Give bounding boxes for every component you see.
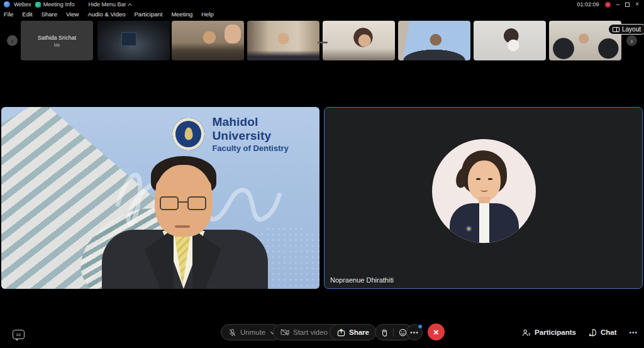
unmute-label: Unmute [240,328,265,336]
menu-item-help[interactable]: Help [201,11,214,18]
menu-item-view[interactable]: View [66,11,79,18]
self-role-label: Me [54,43,60,47]
hide-menu-bar-label: Hide Menu Bar [88,1,126,8]
video-thumbnail-conference-room[interactable] [97,21,170,60]
record-indicator-icon[interactable] [605,2,611,8]
raise-hand-icon [381,328,388,337]
chat-label: Chat [601,328,617,336]
caret-up-icon [128,3,132,8]
layout-grid-icon [613,27,619,32]
chat-button[interactable]: Chat [589,328,617,337]
participant-name-label: Nopraenue Dhirathiti [330,276,394,284]
close-button[interactable]: × [635,1,639,8]
notification-dot [418,324,423,329]
self-video-tile[interactable]: Sathida Srichat Me [21,21,93,60]
next-thumbnails-button[interactable]: › [626,35,637,46]
stage: Mahidol University Faculty of Dentistry [0,107,644,289]
menu-item-audio-video[interactable]: Audio & Video [87,11,125,18]
close-x-icon: × [433,327,439,337]
participants-icon [522,328,531,337]
previous-thumbnails-button[interactable]: ‹ [7,35,18,46]
microphone-muted-icon [228,328,236,337]
titlebar: Webex Meeting Info Hide Menu Bar 01:02:0… [0,0,644,9]
video-tile-mahidol-presenter[interactable]: Mahidol University Faculty of Dentistry [1,107,319,289]
meeting-timer: 01:02:09 [577,1,599,8]
closed-captions-icon[interactable]: cc [13,330,25,339]
menu-item-edit[interactable]: Edit [22,11,32,18]
menubar: File Edit Share View Audio & Video Parti… [0,9,644,20]
minimize-button[interactable]: – [616,1,620,8]
participant-avatar [432,139,536,243]
filmstrip-drag-handle[interactable] [318,42,328,43]
app-title: Webex [14,1,31,8]
control-bar: cc Unmute Start video [0,313,644,348]
menu-item-share[interactable]: Share [42,11,57,18]
more-options-button[interactable]: ••• [406,324,423,340]
layout-button[interactable]: Layout [608,24,644,35]
meeting-info-button[interactable]: Meeting Info [31,1,79,8]
divider [393,328,394,337]
video-thumbnail-man-waving[interactable] [172,21,244,60]
video-thumbnail-woman-face-mask[interactable] [474,21,546,60]
menu-item-meeting[interactable]: Meeting [171,11,192,18]
overflow-menu-button[interactable]: ••• [629,329,638,336]
camera-off-icon [280,328,289,336]
menu-item-participant[interactable]: Participant [135,11,163,18]
cc-label: cc [16,332,21,337]
video-thumbnail-woman-blue-background[interactable] [398,21,470,60]
share-button[interactable]: Share [330,324,377,340]
video-thumbnail-man-office[interactable] [247,21,319,60]
menu-item-file[interactable]: File [4,11,13,18]
meeting-info-label: Meeting Info [43,1,75,8]
self-name-label: Sathida Srichat [38,35,76,41]
hide-menu-bar-button[interactable]: Hide Menu Bar [84,1,135,8]
meeting-info-icon [35,2,41,8]
webex-logo-icon [4,1,10,8]
presenter-figure [1,107,319,289]
participants-button[interactable]: Participants [522,328,576,337]
layout-label: Layout [622,26,641,33]
start-video-label: Start video [293,328,328,336]
share-label: Share [349,328,369,336]
maximize-button[interactable] [625,3,630,7]
video-thumbnail-woman-bright-room[interactable] [323,21,395,60]
more-dots: ••• [410,329,419,336]
filmstrip: ‹ Sathida Srichat Me Layout › [0,21,644,61]
chat-icon [589,328,597,337]
leave-meeting-button[interactable]: × [428,323,445,340]
share-icon [337,328,345,337]
webex-meeting-window: Webex Meeting Info Hide Menu Bar 01:02:0… [0,0,644,348]
participants-label: Participants [535,328,576,336]
lapel-badge-icon [466,226,472,232]
video-tile-active-speaker[interactable]: Nopraenue Dhirathiti [324,107,643,289]
